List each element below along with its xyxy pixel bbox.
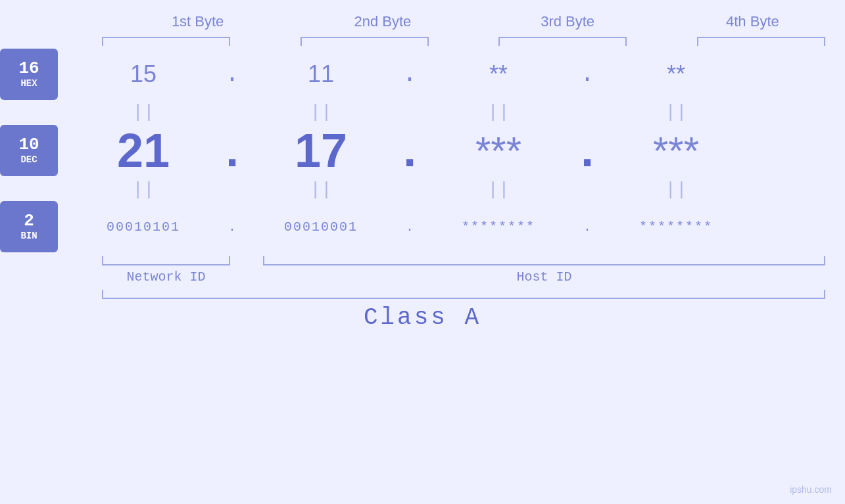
bin-row: 2 BIN 00010101 . 00010001 . ******** . — [0, 201, 845, 252]
bin-separator2: . — [406, 219, 414, 235]
dec-b4-cell: *** — [597, 128, 755, 173]
hex-separator1: . — [225, 61, 239, 88]
bracket-b1 — [102, 37, 230, 46]
bin-b3-cell: ******** — [420, 219, 577, 235]
dec-equals: || || || || — [64, 176, 845, 202]
bin-b3-value: ******** — [462, 219, 535, 235]
hex-separator3: . — [580, 61, 594, 88]
class-bracket — [102, 290, 825, 299]
dec-b2-cell: 17 — [242, 124, 400, 177]
byte4-label: 4th Byte — [673, 13, 831, 30]
eq-b4: || — [597, 102, 755, 122]
byte2-label: 2nd Byte — [304, 13, 462, 30]
dec-badge: 10 DEC — [0, 125, 58, 176]
hex-b1-cell: 15 — [64, 60, 222, 88]
id-labels: Network ID Host ID — [0, 269, 845, 285]
byte1-label: 1st Byte — [119, 13, 277, 30]
class-label-row: Class A — [0, 304, 845, 331]
dec-values: 21 . 17 . *** . *** — [64, 124, 845, 177]
eq2-b2: || — [242, 179, 400, 200]
bin-separator3: . — [583, 219, 591, 235]
bin-b2-value: 00010001 — [284, 219, 358, 235]
bracket-spacer3 — [646, 37, 679, 46]
hex-equals-row: || || || || — [0, 100, 845, 124]
hex-separator2: . — [402, 61, 417, 88]
eq-b1: || — [64, 102, 222, 122]
top-brackets — [0, 37, 845, 46]
bracket-spacer2 — [447, 37, 480, 46]
bin-dot1: . — [222, 219, 242, 235]
bracket-spacer1 — [249, 37, 281, 46]
hex-b3-value: ** — [489, 60, 508, 88]
hex-b3-cell: ** — [420, 60, 577, 88]
dec-dot1: . — [222, 127, 242, 174]
bin-values: 00010101 . 00010001 . ******** . *******… — [64, 219, 845, 235]
bracket-b4 — [697, 37, 825, 46]
hex-b4-cell: ** — [597, 60, 755, 88]
host-id-bracket — [263, 256, 825, 265]
hex-b2-value: 11 — [308, 60, 334, 88]
bracket-b2 — [301, 37, 429, 46]
hex-badge: 16 HEX — [0, 49, 58, 100]
dec-b1-cell: 21 — [64, 124, 222, 177]
eq2-b4: || — [597, 179, 755, 200]
dec-dot3: . — [577, 127, 597, 174]
watermark: ipshu.com — [790, 484, 832, 495]
bin-badge: 2 BIN — [0, 201, 58, 252]
bin-b2-cell: 00010001 — [242, 219, 400, 235]
network-id-bracket — [102, 256, 230, 265]
hex-values: 15 . 11 . ** . ** — [64, 60, 845, 88]
hex-b2-cell: 11 — [242, 60, 400, 88]
hex-base-num: 16 — [18, 60, 39, 77]
byte-labels-row: 1st Byte 2nd Byte 3rd Byte 4th Byte — [0, 13, 845, 30]
eq-b2: || — [242, 102, 400, 122]
dec-row: 10 DEC 21 . 17 . *** . *** — [0, 124, 845, 177]
dec-b2-value: 17 — [295, 124, 347, 177]
bin-base-label: BIN — [20, 231, 37, 241]
bottom-brackets — [0, 256, 845, 265]
dec-equals-row: || || || || — [0, 177, 845, 201]
bin-separator1: . — [228, 219, 236, 235]
main-container: 1st Byte 2nd Byte 3rd Byte 4th Byte 16 H… — [0, 0, 845, 504]
class-bracket-row — [0, 290, 845, 299]
bin-b4-cell: ******** — [597, 219, 755, 235]
hex-base-label: HEX — [20, 78, 37, 89]
dec-b4-value: *** — [653, 128, 699, 173]
bracket-b3 — [498, 37, 627, 46]
hex-row: 16 HEX 15 . 11 . ** . ** — [0, 49, 845, 100]
eq-b3: || — [420, 102, 577, 122]
hex-dot3: . — [577, 61, 597, 88]
hex-dot2: . — [400, 61, 420, 88]
byte3-label: 3rd Byte — [489, 13, 646, 30]
dec-b1-value: 21 — [117, 124, 170, 177]
hex-b4-value: ** — [667, 60, 685, 88]
dec-dot2: . — [400, 127, 420, 174]
eq2-b3: || — [420, 179, 577, 200]
eq2-b1: || — [64, 179, 222, 200]
dec-base-label: DEC — [20, 154, 37, 165]
hex-dot1: . — [222, 61, 242, 88]
hex-b1-value: 15 — [130, 60, 157, 88]
dec-b3-value: *** — [475, 128, 521, 173]
dec-b3-cell: *** — [420, 128, 577, 173]
bin-dot2: . — [400, 219, 420, 235]
host-id-label: Host ID — [263, 269, 825, 285]
bin-b4-value: ******** — [639, 219, 713, 235]
network-id-label: Network ID — [102, 269, 230, 285]
dec-base-num: 10 — [18, 136, 39, 153]
bin-b1-cell: 00010101 — [64, 219, 222, 235]
bin-b1-value: 00010101 — [107, 219, 180, 235]
bin-base-num: 2 — [24, 212, 34, 229]
bin-dot3: . — [577, 219, 597, 235]
class-label: Class A — [364, 304, 481, 331]
hex-equals: || || || || — [64, 99, 845, 125]
